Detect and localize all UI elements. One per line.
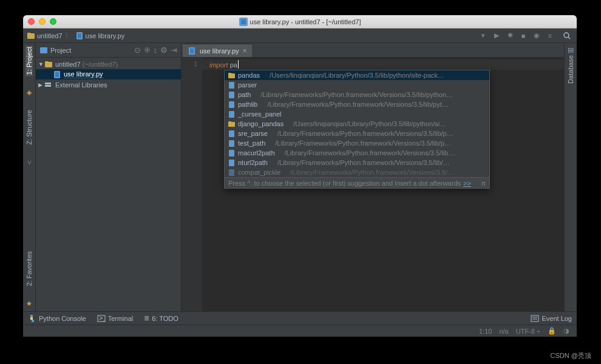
autocomplete-item[interactable]: test_path/Library/Frameworks/Python.fram… xyxy=(225,138,489,148)
tree-row-file[interactable]: use library.py xyxy=(36,69,181,79)
structure-tool-tab[interactable]: Z: Structure xyxy=(25,109,33,146)
editor-tab[interactable]: use library.py × xyxy=(183,44,252,57)
panel-settings-button[interactable]: ⚙ xyxy=(160,46,168,55)
svg-rect-20 xyxy=(229,111,234,118)
svg-rect-30 xyxy=(531,315,538,322)
autocomplete-item[interactable]: compat_pickle/Library/Frameworks/Python.… xyxy=(225,167,489,177)
autocomplete-item[interactable]: sre_parse/Library/Frameworks/Python.fram… xyxy=(225,129,489,138)
todo-tab[interactable]: ≣6: TODO xyxy=(144,314,178,322)
hide-panel-button[interactable]: ⇥ xyxy=(171,46,177,55)
bottom-toolbar: Python Console >_ Terminal ≣6: TODO Even… xyxy=(23,311,577,325)
python-file-icon xyxy=(188,47,196,55)
build-dropdown[interactable]: ▾ xyxy=(477,30,489,42)
svg-rect-1 xyxy=(27,33,31,35)
settings-button[interactable]: ≡ xyxy=(544,30,556,42)
watermark: CSDN @秃顶 xyxy=(551,351,591,360)
search-button[interactable] xyxy=(561,30,573,42)
python-icon xyxy=(28,314,36,323)
scroll-button[interactable]: ↕ xyxy=(154,46,158,55)
project-tool-icon: ◈ xyxy=(25,88,33,96)
autocomplete-item[interactable]: path/Library/Frameworks/Python.framework… xyxy=(225,90,489,99)
svg-rect-6 xyxy=(40,47,47,53)
svg-rect-19 xyxy=(229,101,234,108)
python-file-icon xyxy=(75,32,84,40)
structure-tool-icon: ⑂ xyxy=(25,158,33,167)
svg-line-5 xyxy=(568,37,570,39)
database-tool-tab[interactable]: Database xyxy=(567,54,574,85)
terminal-tab[interactable]: >_ Terminal xyxy=(97,314,134,323)
project-tool-tab[interactable]: 1: Project xyxy=(25,46,33,76)
run-button[interactable]: ▶ xyxy=(491,30,503,42)
python-console-tab[interactable]: Python Console xyxy=(28,314,86,323)
svg-rect-17 xyxy=(229,82,234,89)
svg-rect-3 xyxy=(78,33,81,38)
svg-rect-8 xyxy=(45,61,49,63)
folder-icon xyxy=(27,32,35,40)
autocomplete-item[interactable]: nturl2path/Library/Frameworks/Python.fra… xyxy=(225,158,489,167)
project-icon xyxy=(39,46,48,55)
project-tree: ▼ untitled7 (~/untitled7) use library.py… xyxy=(36,58,181,311)
line-gutter: 1 xyxy=(182,58,202,311)
svg-rect-10 xyxy=(55,72,59,77)
svg-rect-16 xyxy=(228,73,231,75)
encoding[interactable]: UTF-8 ÷ xyxy=(516,328,540,335)
svg-rect-14 xyxy=(190,49,194,53)
text-caret xyxy=(238,60,239,69)
terminal-icon: >_ xyxy=(97,314,106,323)
autocomplete-item[interactable]: pandas/Users/linqianqian/Library/Python/… xyxy=(225,70,489,80)
svg-rect-23 xyxy=(229,130,234,137)
svg-rect-25 xyxy=(229,150,234,157)
file-icon xyxy=(239,18,248,26)
svg-rect-26 xyxy=(229,160,234,166)
ide-window: use library.py - untitled7 - [~/untitled… xyxy=(23,15,577,337)
svg-rect-24 xyxy=(229,140,234,147)
autocomplete-footer: Press ^. to choose the selected (or firs… xyxy=(225,177,489,188)
favorites-tool-icon: ★ xyxy=(25,299,33,308)
debug-button[interactable]: ✱ xyxy=(504,30,516,42)
event-log-tab[interactable]: Event Log xyxy=(542,315,572,322)
project-sidebar: Project ⊙ ⁜ ↕ ⚙ ⇥ ▼ untitled7 (~/untitle… xyxy=(36,43,182,311)
close-tab-button[interactable]: × xyxy=(243,47,247,55)
svg-rect-18 xyxy=(229,92,234,98)
project-header: Project ⊙ ⁜ ↕ ⚙ ⇥ xyxy=(36,43,181,58)
breadcrumb-file[interactable]: use library.py xyxy=(75,32,125,40)
autocomplete-item[interactable]: macurl2path/Library/Frameworks/Python.fr… xyxy=(225,148,489,158)
autocomplete-popup[interactable]: pandas/Users/linqianqian/Library/Python/… xyxy=(224,70,490,189)
autocomplete-item[interactable]: parser xyxy=(225,80,489,90)
tree-row-external[interactable]: ▶ External Libraries xyxy=(36,79,181,90)
svg-rect-22 xyxy=(228,121,231,123)
svg-rect-11 xyxy=(45,83,51,84)
svg-text:>_: >_ xyxy=(99,314,106,322)
autocomplete-item[interactable]: _curses_panel xyxy=(225,109,489,119)
editor-pane: use library.py × 1 import pa pandas/User… xyxy=(182,43,564,311)
editor-tabs: use library.py × xyxy=(182,43,564,58)
left-tool-rail: 1: Project ◈ Z: Structure ⑂ 2: Favorites… xyxy=(23,43,36,311)
titlebar[interactable]: use library.py - untitled7 - [~/untitled… xyxy=(23,15,577,29)
tree-row-root[interactable]: ▼ untitled7 (~/untitled7) xyxy=(36,59,181,69)
autocomplete-item[interactable]: django_pandas/Users/linqianqian/Library/… xyxy=(225,119,489,129)
favorites-tool-tab[interactable]: 2: Favorites xyxy=(25,250,33,287)
database-tool-icon: ▤ xyxy=(566,46,575,54)
window-title: use library.py - untitled7 - [~/untitled… xyxy=(23,18,577,26)
status-bar: 1:10 n/a UTF-8 ÷ 🔒 ◑ xyxy=(23,325,577,337)
stop-button[interactable]: ■ xyxy=(517,30,529,42)
right-tool-rail: ▤ Database xyxy=(564,43,577,311)
expand-button[interactable]: ⁜ xyxy=(144,46,151,55)
cursor-position[interactable]: 1:10 xyxy=(479,328,492,335)
status-indicator-icon[interactable]: ◑ xyxy=(563,327,569,335)
svg-point-4 xyxy=(564,33,569,38)
line-separator[interactable]: n/a xyxy=(499,328,508,335)
lock-icon[interactable]: 🔒 xyxy=(548,327,556,335)
collapse-all-button[interactable]: ⊙ xyxy=(134,46,141,55)
breadcrumb-project[interactable]: untitled7〉 xyxy=(27,31,72,40)
svg-rect-12 xyxy=(45,85,51,87)
svg-rect-27 xyxy=(229,169,234,176)
profile-button[interactable]: ◉ xyxy=(531,30,543,42)
event-log-icon xyxy=(531,314,539,323)
autocomplete-item[interactable]: pathlib/Library/Frameworks/Python.framew… xyxy=(225,99,489,109)
navigation-bar: untitled7〉 use library.py ▾ ▶ ✱ ■ ◉ ≡ xyxy=(23,29,577,43)
code-editor[interactable]: 1 import pa pandas/Users/linqianqian/Lib… xyxy=(182,58,564,311)
